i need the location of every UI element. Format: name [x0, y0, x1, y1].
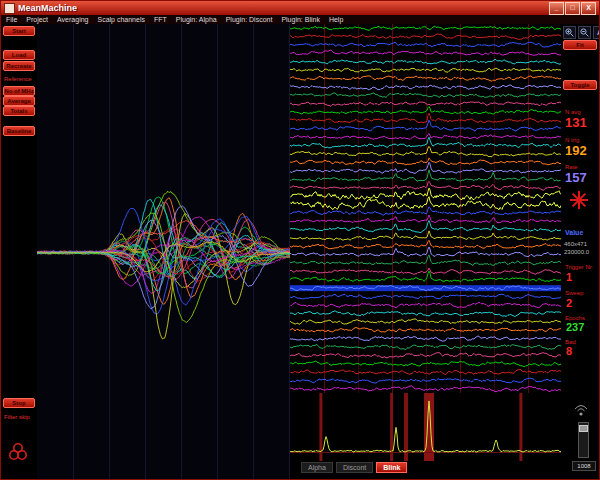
fit-button[interactable]: Fit: [563, 40, 597, 50]
menu-plugin-blink[interactable]: Plugin: Blink: [281, 15, 320, 24]
gain-value-box: 1008: [572, 461, 596, 471]
bad-value: 8: [566, 346, 572, 357]
spectrum-canvas[interactable]: [290, 393, 561, 461]
menu-scalp-channels[interactable]: Scalp channels: [97, 15, 144, 24]
menu-file[interactable]: File: [6, 15, 17, 24]
recreate-button[interactable]: Recreate: [3, 61, 35, 71]
tab-discont[interactable]: Discont: [336, 462, 373, 473]
counter-navg-value: 131: [565, 116, 587, 129]
epochs-value: 237: [566, 322, 584, 333]
plugin-tab-row: Alpha Discont Blink: [290, 461, 561, 480]
window-title: MeanMachine: [18, 3, 548, 13]
sweep-value: 2: [566, 298, 572, 309]
close-button[interactable]: X: [581, 2, 596, 15]
right-sidebar: A Fit Toggle N avg 131 N trig 192 Rate 1…: [561, 24, 600, 480]
value-label: Value: [565, 229, 583, 237]
minimize-button[interactable]: _: [549, 2, 564, 15]
filter-skip-label: Filter skip: [4, 414, 30, 421]
counter-rate-value: 157: [565, 171, 587, 184]
gain-slider[interactable]: [578, 422, 589, 458]
app-icon: [4, 3, 15, 14]
antenna-icon: [572, 402, 590, 421]
trigger-label: Trigger Nr:: [565, 264, 593, 270]
menu-plugin-alpha[interactable]: Plugin: Alpha: [176, 15, 217, 24]
reference-section-label: Reference: [4, 76, 32, 83]
tab-blink[interactable]: Blink: [376, 462, 407, 473]
autoscale-tool[interactable]: A: [593, 26, 600, 39]
sweep-label: Sweep: [565, 290, 583, 296]
left-sidebar: Start Load Recreate Reference No of MHz …: [1, 24, 37, 480]
erp-butterfly-canvas[interactable]: [37, 24, 290, 480]
cursor-readout-2: 230000.0: [564, 249, 589, 256]
trefoil-icon: [8, 442, 28, 466]
stop-button[interactable]: Stop: [3, 398, 35, 408]
window-titlebar: MeanMachine _ □ X: [1, 1, 599, 15]
cursor-readout-1: 460x471: [564, 241, 587, 248]
gain-slider-thumb[interactable]: [579, 425, 588, 432]
busy-starburst-icon: [569, 190, 589, 214]
toggle-no-of-mhz[interactable]: No of MHz: [3, 86, 35, 96]
toggle-average[interactable]: Average: [3, 96, 35, 106]
toggle-totals[interactable]: Totals: [3, 106, 35, 116]
menu-plugin-discont[interactable]: Plugin: Discont: [226, 15, 273, 24]
zoom-out-icon[interactable]: [578, 26, 591, 39]
zoom-tools: A: [563, 26, 600, 39]
menu-averaging[interactable]: Averaging: [57, 15, 88, 24]
baseline-button[interactable]: Baseline: [3, 126, 35, 136]
eeg-traces-canvas[interactable]: [290, 24, 561, 393]
counter-ntrig-value: 192: [565, 144, 587, 157]
tab-alpha[interactable]: Alpha: [301, 462, 333, 473]
start-button[interactable]: Start: [3, 26, 35, 36]
load-button[interactable]: Load: [3, 50, 35, 60]
maximize-button[interactable]: □: [565, 2, 580, 15]
menu-project[interactable]: Project: [26, 15, 48, 24]
trigger-value: 1: [566, 272, 572, 283]
menu-help[interactable]: Help: [329, 15, 343, 24]
menu-bar: File Project Averaging Scalp channels FF…: [1, 15, 599, 24]
toggle-button[interactable]: Toggle: [563, 80, 597, 90]
menu-fft[interactable]: FFT: [154, 15, 167, 24]
zoom-in-icon[interactable]: [563, 26, 576, 39]
app-window: MeanMachine _ □ X File Project Averaging…: [0, 0, 600, 480]
